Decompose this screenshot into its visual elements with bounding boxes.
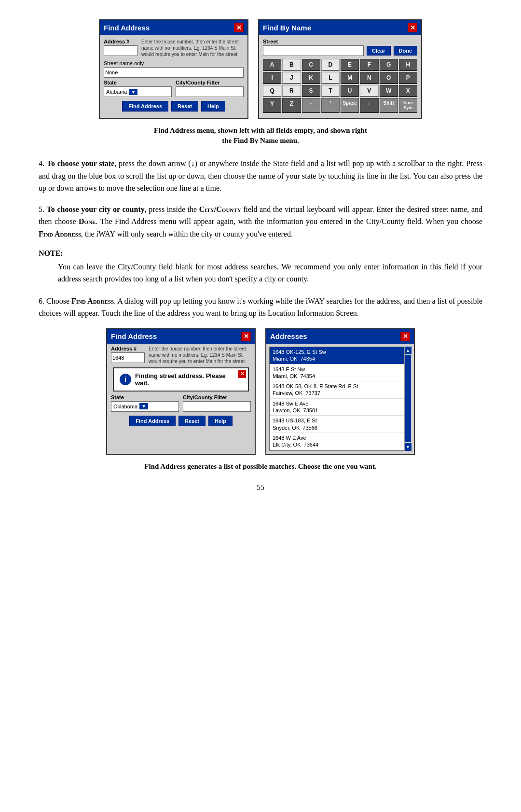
para5-text3: . The Find Address menu will appear agai… — [96, 217, 482, 225]
key-shift[interactable]: Shift — [380, 98, 398, 113]
scroll-down-btn[interactable]: ▼ — [405, 443, 411, 451]
scroll-thumb[interactable] — [405, 355, 411, 442]
city-input[interactable] — [176, 86, 244, 97]
addresses-dialog: Addresses ✕ 1648 OK-125, E St Sw Miami, … — [265, 328, 415, 455]
find-address-close-top[interactable]: ✕ — [234, 23, 244, 32]
key-backspace[interactable]: ← — [360, 98, 378, 113]
address-item-4[interactable]: 1648 US-183, E St Snyder, OK 73566 — [270, 416, 404, 433]
addr-line1-1: 1648 E St Nw — [273, 366, 401, 373]
key-J[interactable]: J — [282, 72, 301, 84]
keyboard-row-3: Q R S T U V W X — [263, 85, 417, 97]
addr-line2-3: Lawton, OK 73501 — [273, 407, 401, 414]
address-section-bottom: Address # Enter the house number, then e… — [111, 346, 251, 364]
key-N[interactable]: N — [360, 72, 378, 84]
address-item-2[interactable]: 1648 OK-58, OK-8, E State Rd, E St Fairv… — [270, 381, 404, 399]
address-item-3[interactable]: 1648 Sw E Ave Lawton, OK 73501 — [270, 399, 404, 416]
address-number-input[interactable] — [104, 45, 137, 56]
key-M[interactable]: M — [341, 72, 359, 84]
key-S[interactable]: S — [302, 85, 320, 97]
find-by-name-title: Find By Name ✕ — [259, 20, 421, 35]
key-U[interactable]: U — [341, 85, 359, 97]
city-input-bottom[interactable] — [183, 401, 251, 412]
paragraph-4: 4. To choose your state, press the down … — [39, 157, 482, 195]
scroll-up-btn[interactable]: ▲ — [405, 347, 411, 354]
address-item-1[interactable]: 1648 E St Nw Miami, OK 74354 — [270, 364, 404, 382]
key-I[interactable]: I — [263, 72, 281, 84]
key-H[interactable]: H — [399, 59, 417, 71]
key-F[interactable]: F — [360, 59, 378, 71]
reset-btn[interactable]: Reset — [171, 101, 198, 112]
key-R[interactable]: R — [282, 85, 301, 97]
note-section: NOTE: You can leave the City/County fiel… — [39, 249, 482, 285]
working-title: Finding street address. Pleasewait. — [135, 372, 226, 387]
top-screenshots: Find Address ✕ Address # Enter the house… — [39, 19, 482, 119]
address-number-input-bottom[interactable] — [111, 352, 145, 363]
find-address-title-bottom: Find Address ✕ — [107, 329, 255, 344]
reset-btn-bottom[interactable]: Reset — [178, 416, 206, 426]
key-A[interactable]: A — [263, 59, 281, 71]
key-B[interactable]: B — [282, 59, 301, 71]
key-O[interactable]: O — [380, 72, 398, 84]
key-W[interactable]: W — [380, 85, 398, 97]
addr-line2-1: Miami, OK 74354 — [273, 373, 401, 379]
key-T[interactable]: T — [321, 85, 340, 97]
key-Z[interactable]: Z — [282, 98, 301, 113]
addresses-title-text: Addresses — [270, 332, 307, 340]
addr-line1-2: 1648 OK-58, OK-8, E State Rd, E St — [273, 383, 401, 390]
paragraph-6: 6. Choose Find Address. A dialog will po… — [39, 295, 482, 320]
address-num-label: Address # — [104, 39, 137, 44]
help-btn-bottom[interactable]: Help — [208, 416, 233, 426]
help-btn[interactable]: Help — [201, 101, 225, 112]
key-K[interactable]: K — [302, 72, 320, 84]
key-X[interactable]: X — [399, 85, 417, 97]
key-E[interactable]: E — [341, 59, 359, 71]
street-text-input[interactable] — [263, 45, 364, 56]
working-overlay: ✕ i Finding street address. Pleasewait. — [113, 367, 249, 392]
addresses-close[interactable]: ✕ — [400, 332, 410, 341]
find-address-close-bottom[interactable]: ✕ — [241, 332, 251, 341]
find-address-btn-bottom[interactable]: Find Address — [129, 416, 176, 426]
key-C[interactable]: C — [302, 59, 320, 71]
done-button[interactable]: Done — [394, 46, 418, 56]
addr-line1-3: 1648 Sw E Ave — [273, 400, 401, 407]
key-P[interactable]: P — [399, 72, 417, 84]
key-space[interactable]: Space — [341, 98, 359, 113]
address-item-0[interactable]: 1648 OK-125, E St Sw Miami, OK 74354 — [270, 347, 404, 364]
address-section: Address # Enter the house number, then e… — [104, 39, 244, 57]
find-by-name-title-text: Find By Name — [263, 24, 311, 32]
city-label: City/County Filter — [176, 80, 244, 85]
key-Q[interactable]: Q — [263, 85, 281, 97]
state-label-bottom: State — [111, 394, 179, 400]
key-Y[interactable]: Y — [263, 98, 281, 113]
key-dash[interactable]: - — [302, 98, 320, 113]
para5-smallcaps3: Find Address — [39, 230, 81, 238]
state-value-bottom: Oklahoma — [113, 404, 137, 409]
key-D[interactable]: D — [321, 59, 340, 71]
state-select-bottom[interactable]: Oklahoma ▼ — [111, 401, 179, 412]
find-address-btn[interactable]: Find Address — [122, 101, 168, 112]
key-V[interactable]: V — [360, 85, 378, 97]
find-by-name-body: Street Clear Done A B C D E F G H I J — [259, 35, 421, 118]
key-apostrophe[interactable]: ' — [321, 98, 340, 113]
address-item-5[interactable]: 1648 W E Ave Elk City, OK 73644 — [270, 433, 404, 450]
find-address-body-top: Address # Enter the house number, then e… — [100, 35, 247, 115]
state-col-bottom: State Oklahoma ▼ — [111, 394, 179, 412]
find-by-name-close[interactable]: ✕ — [408, 23, 417, 32]
page-number: 55 — [39, 483, 482, 492]
working-close[interactable]: ✕ — [238, 370, 246, 378]
key-numsym[interactable]: NumSym — [399, 98, 417, 113]
find-by-name-dialog: Find By Name ✕ Street Clear Done A B C D… — [258, 19, 422, 119]
info-icon: i — [120, 374, 131, 385]
addresses-list-container: 1648 OK-125, E St Sw Miami, OK 74354 164… — [269, 347, 411, 451]
paragraph-5: 5. To choose your city or county, press … — [39, 203, 482, 240]
addr-line2-2: Fairview, OK 73737 — [273, 390, 401, 396]
addresses-list: 1648 OK-125, E St Sw Miami, OK 74354 164… — [269, 347, 411, 451]
para6-text1: Choose — [46, 297, 71, 305]
note-body: You can leave the City/County field blan… — [58, 261, 482, 285]
key-G[interactable]: G — [380, 59, 398, 71]
address-desc: Enter the house number, then enter the s… — [141, 39, 244, 57]
state-select[interactable]: Alabama ▼ — [104, 86, 172, 97]
street-only-input[interactable] — [104, 67, 244, 78]
clear-button[interactable]: Clear — [367, 46, 391, 56]
key-L[interactable]: L — [321, 72, 340, 84]
